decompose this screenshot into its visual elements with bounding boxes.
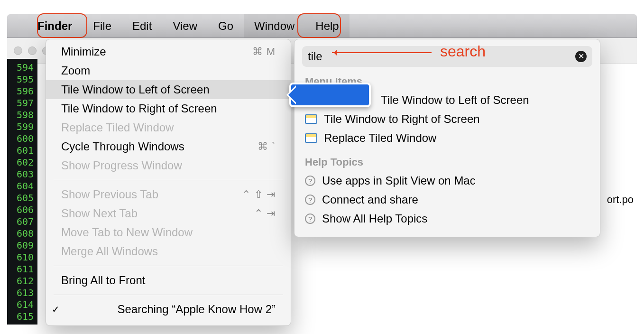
menu-item-label: Move Tab to New Window — [61, 226, 193, 239]
line-number: 611 — [7, 263, 37, 275]
menu-go[interactable]: Go — [208, 14, 244, 37]
traffic-light-min-icon[interactable] — [28, 46, 37, 55]
menu-item-label: Show Next Tab — [61, 207, 138, 220]
question-icon: ? — [305, 213, 315, 224]
menu-item-tile-right[interactable]: Tile Window to Right of Screen — [46, 99, 291, 118]
menu-item-zoom[interactable]: Zoom — [46, 61, 291, 80]
window-menu-dropdown: Minimize ⌘ M Zoom Tile Window to Left of… — [46, 39, 291, 326]
menu-item-label: Tile Window to Right of Screen — [61, 102, 217, 115]
menu-separator — [54, 180, 283, 180]
help-result-menu-item[interactable]: Replace Tiled Window — [302, 129, 592, 148]
annotation-label-search: search — [440, 43, 486, 60]
menu-view[interactable]: View — [162, 14, 208, 37]
help-result-menu-item[interactable]: Tile Window to Right of Screen — [302, 110, 592, 129]
menu-finder[interactable]: Finder — [27, 14, 83, 37]
menu-item-next-tab: Show Next Tab ⌃ ⇥ — [46, 204, 291, 223]
line-number: 612 — [7, 275, 37, 287]
line-number: 598 — [7, 109, 37, 121]
menu-item-label: Cycle Through Windows — [61, 140, 184, 153]
menu-item-cycle[interactable]: Cycle Through Windows ⌘ ` — [46, 137, 291, 156]
annotation-arrow — [332, 52, 432, 53]
help-result-topic[interactable]: ? Connect and share — [302, 190, 592, 209]
menu-item-progress: Show Progress Window — [46, 156, 291, 175]
menu-item-label: Searching “Apple Know How 2” — [117, 303, 276, 316]
question-icon: ? — [305, 195, 315, 205]
line-number: 607 — [7, 216, 37, 228]
menu-help[interactable]: Help — [305, 14, 349, 37]
section-header-help-topics: Help Topics — [305, 156, 592, 168]
line-number: 608 — [7, 228, 37, 240]
help-result-label: Show All Help Topics — [322, 212, 427, 225]
question-icon: ? — [305, 176, 315, 186]
menu-item-shortcut: ⌃ ⇧ ⇥ — [242, 188, 276, 201]
line-number: 610 — [7, 251, 37, 263]
menu-item-label: Tile Window to Left of Screen — [61, 83, 210, 96]
menu-item-move-tab: Move Tab to New Window — [46, 223, 291, 242]
line-number: 595 — [7, 74, 37, 85]
menu-item-label: Replace Tiled Window — [61, 121, 174, 134]
menu-item-shortcut: ⌘ M — [252, 46, 276, 58]
line-number: 614 — [7, 299, 37, 311]
line-number: 597 — [7, 97, 37, 109]
menu-item-label: Merge All Windows — [61, 245, 158, 258]
help-result-topic[interactable]: ? Use apps in Split View on Mac — [302, 171, 592, 190]
menu-file[interactable]: File — [83, 14, 122, 37]
traffic-light-close-icon[interactable] — [14, 46, 22, 55]
line-number: 606 — [7, 204, 37, 216]
line-number: 603 — [7, 168, 37, 180]
menubar: Finder File Edit View Go Window Help — [7, 14, 637, 38]
menu-item-tile-left[interactable]: Tile Window to Left of Screen — [46, 80, 291, 99]
menu-item-label: Show Previous Tab — [61, 188, 158, 201]
line-number: 605 — [7, 192, 37, 204]
line-number: 604 — [7, 180, 37, 192]
line-number: 615 — [7, 311, 37, 323]
clear-search-icon[interactable]: ✕ — [575, 51, 587, 62]
line-number: 613 — [7, 287, 37, 299]
menu-separator — [54, 266, 283, 266]
menu-item-label: Minimize — [61, 45, 106, 58]
menu-item-icon — [305, 133, 317, 143]
checkmark-icon: ✓ — [52, 304, 60, 315]
menu-item-icon — [305, 114, 317, 124]
menu-separator — [54, 295, 283, 295]
menu-item-merge: Merge All Windows — [46, 242, 291, 261]
menu-item-label: Bring All to Front — [61, 274, 145, 287]
help-search-panel: ✕ Menu Items Tile Window to Left of Scre… — [294, 39, 600, 237]
menu-edit[interactable]: Edit — [122, 14, 162, 37]
menu-item-shortcut: ⌘ ` — [258, 140, 276, 153]
line-number: 594 — [7, 62, 37, 74]
line-number: 599 — [7, 121, 37, 133]
menu-item-prev-tab: Show Previous Tab ⌃ ⇧ ⇥ — [46, 185, 291, 204]
menu-item-replace-tiled: Replace Tiled Window — [46, 118, 291, 137]
menu-item-shortcut: ⌃ ⇥ — [254, 207, 276, 220]
help-result-label: Tile Window to Right of Screen — [324, 112, 480, 126]
line-number: 600 — [7, 133, 37, 145]
help-result-topic[interactable]: ? Show All Help Topics — [302, 209, 592, 228]
editor-gutter: 594 595 596 597 598 599 600 601 602 603 … — [7, 59, 37, 325]
help-result-label: Connect and share — [322, 193, 418, 206]
line-number: 609 — [7, 240, 37, 251]
line-number: 601 — [7, 145, 37, 157]
menu-item-minimize[interactable]: Minimize ⌘ M — [46, 42, 291, 61]
help-result-label: Use apps in Split View on Mac — [322, 174, 476, 187]
menu-item-bring-front[interactable]: Bring All to Front — [46, 271, 291, 290]
line-number: 602 — [7, 157, 37, 168]
menu-window[interactable]: Window — [244, 14, 305, 37]
menu-item-searching[interactable]: ✓ Searching “Apple Know How 2” — [46, 300, 291, 319]
menu-item-label: Show Progress Window — [61, 159, 182, 172]
menu-item-label: Zoom — [61, 64, 90, 77]
help-pointer-callout — [289, 83, 371, 107]
line-number: 596 — [7, 85, 37, 97]
background-filename-fragment: ort.po — [607, 194, 634, 206]
help-result-label: Replace Tiled Window — [324, 131, 436, 145]
